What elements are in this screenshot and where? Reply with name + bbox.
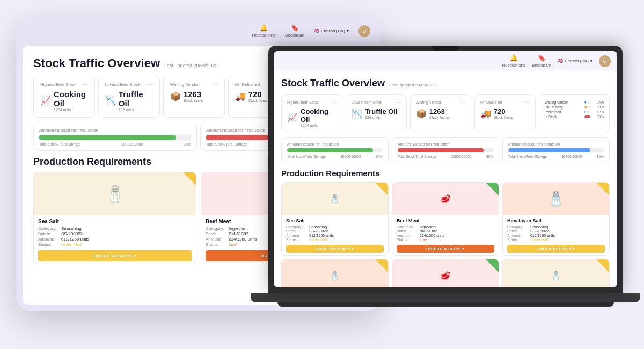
stat-icon-delivered: 🚚	[235, 91, 246, 101]
laptop-device: 🔔 Notifications 🔖 Bookmark 🇬🇧 English (U…	[268, 46, 623, 330]
laptop-language-selector[interactable]: 🇬🇧 English (UK) ▾	[558, 59, 592, 63]
notifications-item[interactable]: 🔔 Notifications	[252, 24, 276, 38]
laptop-stat-card-lowest: Lowest Item Stock ⋯ 📉 Truffle Oil 126 un…	[346, 94, 407, 132]
stat-label-vendor: Waiting Vendor	[170, 82, 199, 87]
laptop-progress-fill-2	[508, 148, 590, 152]
stat-value-lowest: Truffle Oil	[119, 90, 153, 108]
stat-menu-lowest[interactable]: ⋯	[148, 82, 153, 88]
laptop-product-image-5: 🧂	[503, 259, 609, 287]
laptop-stat-label-delivered: On Delivered	[480, 100, 502, 104]
laptop-avatar[interactable]: U	[599, 55, 611, 67]
progress-label-0: Amount Needed for Production	[39, 128, 191, 133]
laptop-product-name-0: Sea Salt	[286, 218, 384, 223]
laptop-progress-fill-0	[287, 148, 373, 152]
laptop-stat-menu-delivered[interactable]: ⋯	[524, 99, 530, 105]
laptop-corner-tag-3	[375, 259, 388, 272]
laptop-product-card-2: 🧂 Himalayan Salt Category: Seasoning Bat…	[502, 182, 610, 256]
order-btn-0[interactable]: ORDER RESUPPLY	[38, 250, 192, 261]
laptop-bookmark-item[interactable]: 🔖 Bookmark	[532, 54, 551, 68]
product-detail-batch-0: Batch: SS-230822	[38, 231, 192, 236]
laptop-progress-label-1: Amount Needed for Production	[398, 142, 493, 146]
stat-unit-lowest: 126 units	[119, 108, 153, 112]
product-category-0: Seasoning	[61, 226, 82, 231]
laptop-product-emoji-1: 🥩	[440, 194, 451, 204]
tablet-topbar: 🔔 Notifications 🔖 Bookmark 🇬🇧 English (U…	[16, 16, 381, 46]
laptop-corner-tag-1	[486, 183, 499, 195]
bell-icon: 🔔	[260, 24, 268, 32]
laptop-progress-card-1: Amount Needed for Production Total Stock…	[392, 137, 499, 163]
laptop-notifications-item[interactable]: 🔔 Notifications	[502, 54, 526, 68]
laptop-product-emoji-2: 🧂	[547, 191, 565, 207]
laptop-stat-menu-vendor[interactable]: ⋯	[460, 99, 465, 105]
stat-unit-highest: 1204 units	[54, 108, 88, 112]
progress-stock-0: Total Stock/Total Storage	[39, 142, 80, 146]
progress-ratio-0: 10800/10000	[121, 142, 143, 146]
laptop-product-image-0: 🧂	[282, 183, 388, 215]
product-corner-tag-0	[183, 172, 196, 185]
laptop-stat-label-highest: Highest Item Stock	[287, 100, 319, 104]
laptop-stat-value-lowest: Truffle Oil	[365, 107, 398, 115]
product-batch-1: BM-61382	[229, 231, 248, 236]
laptop-stat-card-chart: Waiting Vendor 24% On Delivery	[539, 94, 610, 132]
laptop-topbar: 🔔 Notifications 🔖 Bookmark 🇬🇧 English (U…	[274, 51, 617, 71]
laptop-chart-bar-2	[584, 111, 585, 113]
stat-menu-highest[interactable]: ⋯	[83, 82, 88, 88]
bookmark-icon: 🔖	[291, 24, 299, 32]
laptop-lid: 🔔 Notifications 🔖 Bookmark 🇬🇧 English (U…	[268, 46, 623, 293]
laptop-stat-icon-lowest: 📉	[352, 108, 362, 119]
laptop-order-btn-0[interactable]: ORDER RESUPPLY	[286, 245, 384, 253]
laptop-stat-unit-vendor: Stock Items	[429, 115, 449, 119]
laptop-corner-tag-0	[375, 183, 388, 195]
stat-icon-highest: 📈	[40, 96, 51, 106]
stat-value-delivered: 720	[248, 90, 268, 99]
avatar[interactable]: U	[358, 25, 370, 37]
product-batch-0: SS-230822	[61, 231, 83, 236]
laptop-chevron-icon: ▾	[590, 59, 592, 63]
product-detail-category-0: Category: Seasoning	[38, 226, 192, 231]
language-label: English (UK)	[321, 28, 345, 33]
laptop-order-btn-1[interactable]: ORDER RESUPPLY	[397, 245, 494, 253]
stat-value-vendor: 1263	[184, 90, 203, 99]
laptop-stat-unit-delivered: Stock Items	[494, 115, 514, 119]
bookmark-item[interactable]: 🔖 Bookmark	[285, 24, 304, 38]
laptop-product-emoji-3: 🧂	[330, 271, 340, 281]
stat-card-vendor: Waiting Vendor ⋯ 📦 1263 Stock Items	[163, 76, 225, 118]
laptop-chart-label-3: In Stock	[545, 115, 582, 119]
laptop-stat-menu-lowest[interactable]: ⋯	[396, 99, 401, 105]
laptop-chart-bar-0	[584, 101, 586, 104]
product-category-1: Ingredient	[229, 226, 248, 231]
laptop-stat-icon-delivered: 🚚	[480, 108, 491, 119]
progress-stock-1: Total Stock/Total Storage	[206, 142, 247, 146]
last-updated: Last updated 20/09/2022	[164, 63, 218, 68]
laptop-product-emoji-5: 🧂	[551, 271, 561, 281]
notifications-label: Notifications	[252, 33, 276, 38]
laptop-bookmark-label: Bookmark	[532, 63, 551, 68]
laptop-product-emoji-0: 🧂	[330, 194, 340, 204]
laptop-screen: 🔔 Notifications 🔖 Bookmark 🇬🇧 English (U…	[274, 51, 617, 287]
product-name-0: Sea Salt	[38, 219, 192, 224]
language-selector[interactable]: 🇬🇧 English (UK) ▾	[314, 28, 349, 33]
laptop-content: Stock Traffic Overview Last updated 20/0…	[274, 71, 617, 287]
laptop-order-btn-2[interactable]: ORDER RESUPPLY	[507, 245, 605, 253]
flag-icon: 🇬🇧	[314, 28, 319, 33]
laptop-stat-cards-row: Highest Item Stock ⋯ 📈 Cooking Oil 1204 …	[281, 94, 610, 132]
product-card-0: 🧂 Sea Salt Category: Seasoning Batch: SS…	[33, 172, 196, 264]
laptop-stat-card-vendor: Waiting Vendor ⋯ 📦 1263 Stock Items	[410, 94, 471, 132]
stat-icon-vendor: 📦	[170, 91, 181, 101]
stat-menu-vendor[interactable]: ⋯	[213, 82, 218, 88]
laptop-progress-label-2: Amount Needed for Production	[508, 142, 604, 146]
laptop-flag-icon: 🇬🇧	[558, 59, 563, 63]
page-title: Stock Traffic Overview	[33, 56, 160, 70]
stat-card-highest: Highest Item Stock ⋯ 📈 Cooking Oil 1204 …	[33, 76, 95, 118]
laptop-page-title: Stock Traffic Overview	[281, 78, 385, 89]
progress-pct-0: 90%	[184, 142, 191, 146]
product-amount-0: 612/1260 units	[61, 237, 90, 242]
product-status-0: Under Half	[61, 242, 82, 247]
product-detail-status-0: Status: Under Half	[38, 242, 192, 247]
laptop-product-name-1: Beef Meat	[397, 218, 494, 223]
laptop-stat-value-highest: Cooking Oil	[301, 107, 336, 123]
laptop-product-card-0: 🧂 Sea Salt Category: Seasoning Batch:	[281, 182, 389, 256]
laptop-stat-value-vendor: 1263	[429, 107, 449, 115]
laptop-stat-menu-highest[interactable]: ⋯	[331, 99, 336, 105]
laptop-chart-bar-3	[584, 115, 590, 118]
